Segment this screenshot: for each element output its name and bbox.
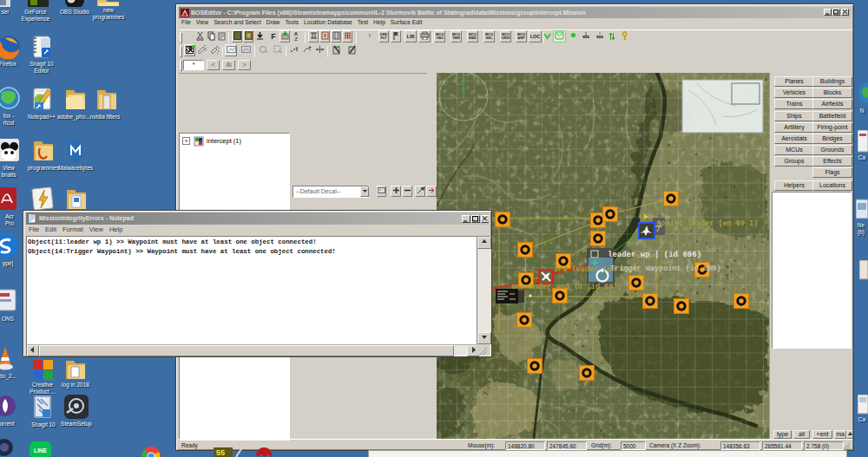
- svg-text:1: 1: [584, 31, 587, 36]
- svg-text:commander and ld (id 69: commander and ld (id 69: [511, 283, 613, 291]
- svg-text:!: !: [599, 31, 600, 36]
- svg-text:soviet leader (en 69 I): soviet leader (en 69 I): [656, 219, 758, 228]
- svg-text:Trigger Waypoint (id 699): Trigger Waypoint (id 699): [610, 264, 721, 273]
- svg-text:55: 55: [216, 448, 225, 457]
- svg-text:LINE: LINE: [34, 447, 47, 454]
- svg-text:leader wp | (id 696): leader wp | (id 696): [608, 251, 701, 259]
